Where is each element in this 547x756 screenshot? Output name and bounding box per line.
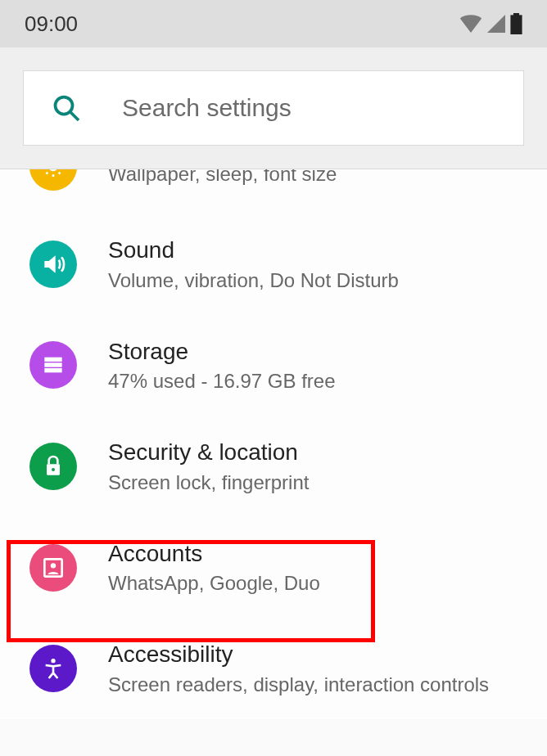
status-bar: 09:00 <box>0 0 547 47</box>
search-area: Search settings <box>0 47 547 169</box>
svg-rect-1 <box>513 13 519 16</box>
sound-icon <box>29 241 77 288</box>
settings-item-sound[interactable]: Sound Volume, vibration, Do Not Disturb <box>0 214 547 315</box>
accessibility-icon <box>29 645 77 692</box>
row-text: Accounts WhatsApp, Google, Duo <box>108 540 320 596</box>
svg-point-9 <box>52 468 55 471</box>
svg-point-12 <box>51 659 55 663</box>
lock-icon <box>29 443 77 490</box>
settings-item-security[interactable]: Security & location Screen lock, fingerp… <box>0 416 547 517</box>
svg-rect-7 <box>44 368 61 372</box>
row-text: Storage 47% used - 16.97 GB free <box>108 338 336 394</box>
row-subtitle: Screen lock, fingerprint <box>108 471 309 494</box>
svg-line-3 <box>70 112 79 121</box>
account-icon <box>29 544 77 592</box>
row-title: Storage <box>108 338 336 366</box>
signal-icon <box>487 15 505 33</box>
row-text: Security & location Screen lock, fingerp… <box>108 439 309 494</box>
status-icons <box>459 13 522 34</box>
wifi-icon <box>459 15 482 33</box>
settings-item-accounts[interactable]: Accounts WhatsApp, Google, Duo <box>0 517 547 619</box>
svg-rect-0 <box>510 15 522 34</box>
settings-item-accessibility[interactable]: Accessibility Screen readers, display, i… <box>0 618 547 719</box>
settings-item-storage[interactable]: Storage 47% used - 16.97 GB free <box>0 315 547 416</box>
search-box[interactable]: Search settings <box>23 70 524 146</box>
display-icon <box>29 169 77 191</box>
settings-list[interactable]: Wallpaper, sleep, font size Sound Volume… <box>0 169 547 719</box>
search-icon <box>52 93 81 123</box>
settings-item-display[interactable]: Wallpaper, sleep, font size <box>0 169 547 214</box>
row-subtitle: WhatsApp, Google, Duo <box>108 572 320 595</box>
svg-rect-5 <box>44 358 61 362</box>
row-subtitle: Wallpaper, sleep, font size <box>108 169 337 186</box>
row-title: Sound <box>108 236 399 264</box>
row-subtitle: Volume, vibration, Do Not Disturb <box>108 269 399 292</box>
svg-point-11 <box>51 563 56 568</box>
battery-icon <box>510 13 522 34</box>
svg-point-4 <box>49 169 58 171</box>
svg-rect-6 <box>44 363 61 367</box>
status-time: 09:00 <box>25 11 78 37</box>
row-text: Sound Volume, vibration, Do Not Disturb <box>108 236 399 292</box>
storage-icon <box>29 341 77 389</box>
row-text: Accessibility Screen readers, display, i… <box>108 641 489 696</box>
svg-point-2 <box>56 97 73 115</box>
row-subtitle: 47% used - 16.97 GB free <box>108 370 336 393</box>
row-title: Accounts <box>108 540 320 568</box>
row-title: Security & location <box>108 439 309 466</box>
row-title: Accessibility <box>108 641 489 668</box>
row-subtitle: Screen readers, display, interaction con… <box>108 673 489 696</box>
search-placeholder: Search settings <box>122 94 292 122</box>
row-text: Wallpaper, sleep, font size <box>108 169 337 186</box>
